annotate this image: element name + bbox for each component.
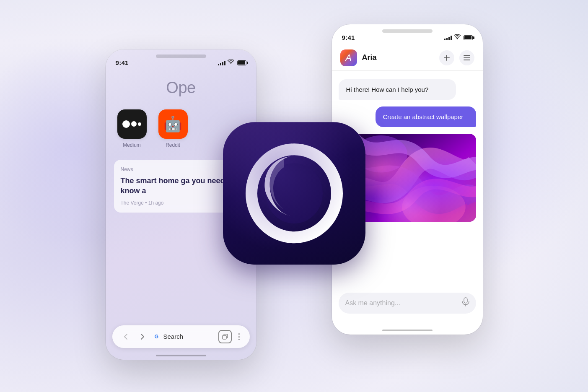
status-icons-left bbox=[218, 60, 246, 66]
status-bar-right: 9:41 bbox=[332, 24, 483, 45]
status-icons-right bbox=[444, 34, 473, 41]
time-left: 9:41 bbox=[116, 59, 129, 66]
ask-placeholder[interactable]: Ask me anything... bbox=[345, 299, 458, 307]
search-bar[interactable]: G Search bbox=[153, 332, 215, 341]
ask-input-area: Ask me anything... bbox=[339, 293, 476, 314]
battery-icon-right bbox=[464, 35, 473, 40]
status-bar-left: 9:41 bbox=[106, 49, 256, 70]
reddit-icon-symbol: 🤖 bbox=[163, 115, 182, 133]
dial-label-reddit: Reddit bbox=[166, 142, 180, 148]
svg-rect-5 bbox=[464, 298, 467, 303]
battery-icon bbox=[237, 60, 246, 65]
home-bar-left bbox=[156, 355, 206, 356]
dial-label-medium: Medium bbox=[123, 142, 141, 148]
dial-item-medium[interactable]: Medium bbox=[117, 109, 147, 148]
wifi-icon-right bbox=[454, 34, 461, 41]
forward-button[interactable] bbox=[136, 330, 149, 343]
opera-logo bbox=[223, 122, 365, 265]
search-label: Search bbox=[163, 333, 184, 340]
time-right: 9:41 bbox=[342, 34, 355, 41]
signal-icon bbox=[218, 60, 225, 65]
svg-rect-0 bbox=[223, 335, 226, 339]
dial-item-reddit[interactable]: 🤖 Reddit bbox=[158, 109, 188, 148]
svg-point-6 bbox=[251, 149, 337, 237]
svg-point-7 bbox=[266, 163, 323, 223]
aria-add-button[interactable] bbox=[439, 50, 454, 65]
back-button[interactable] bbox=[119, 330, 132, 343]
home-bar-right bbox=[382, 330, 433, 331]
bottom-toolbar: G Search ⋮ bbox=[112, 325, 250, 348]
news-separator: • bbox=[145, 200, 148, 206]
google-icon: G bbox=[153, 332, 161, 341]
reddit-icon: 🤖 bbox=[158, 109, 188, 139]
news-time: 1h ago bbox=[148, 200, 164, 206]
svg-point-1 bbox=[456, 38, 458, 39]
aria-menu-button[interactable] bbox=[459, 50, 474, 65]
signal-icon-right bbox=[444, 35, 452, 40]
more-button[interactable]: ⋮ bbox=[235, 332, 243, 341]
phone-notch-right bbox=[382, 29, 433, 33]
logo-background bbox=[223, 122, 365, 265]
scene: 9:41 bbox=[0, 0, 588, 392]
medium-icon bbox=[117, 109, 147, 139]
aria-icon-letter: A bbox=[345, 52, 352, 63]
phones-wrapper: 9:41 bbox=[106, 24, 483, 368]
aria-title: Aria bbox=[362, 53, 434, 62]
opera-title: Ope bbox=[114, 79, 248, 97]
tabs-button[interactable] bbox=[218, 330, 232, 343]
medium-icon-inner bbox=[122, 120, 141, 128]
mic-icon[interactable] bbox=[462, 297, 469, 309]
user-message: Create an abstract wallpaper bbox=[376, 106, 476, 127]
aria-header: A Aria bbox=[332, 45, 483, 71]
wifi-icon bbox=[228, 60, 234, 66]
assistant-greeting: Hi there! How can I help you? bbox=[339, 79, 456, 100]
phone-notch-left bbox=[156, 55, 206, 58]
news-source: The Verge bbox=[121, 200, 144, 206]
opera-o-svg bbox=[244, 143, 345, 244]
aria-icon: A bbox=[340, 49, 357, 66]
